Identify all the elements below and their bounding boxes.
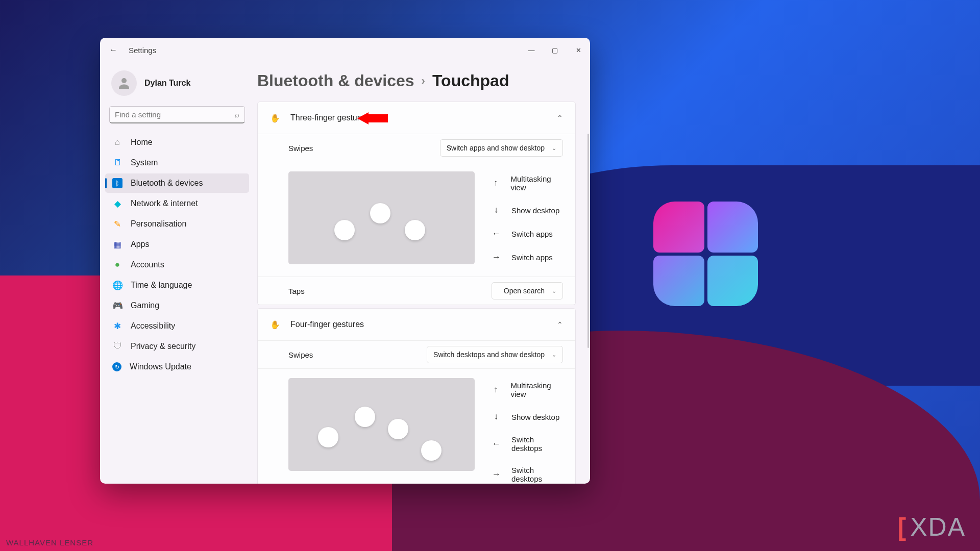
swipes-row: Swipes Switch apps and show desktop ⌄: [258, 134, 575, 162]
finger-dot: [370, 203, 390, 223]
finger-dot: [421, 440, 442, 461]
nav-label: Privacy & security: [131, 342, 195, 351]
nav-accessibility[interactable]: ✱ Accessibility: [105, 316, 249, 336]
dir-label: Show desktop: [511, 206, 559, 215]
dir-label: Show desktop: [511, 413, 559, 421]
search-box[interactable]: ⌕: [109, 106, 245, 123]
nav-label: Accessibility: [131, 321, 175, 331]
swipes-label: Swipes: [288, 350, 313, 359]
finger-dot: [405, 220, 425, 240]
dir-left: ← Switch desktops: [492, 435, 563, 453]
swipes-row: Swipes Switch desktops and show desktop …: [258, 340, 575, 368]
arrow-left-icon: ←: [492, 229, 500, 239]
nav-label: Gaming: [131, 301, 159, 310]
nav-label: Personalisation: [131, 219, 186, 229]
taps-dropdown[interactable]: Open search ⌄: [492, 282, 563, 299]
nav-label: Windows Update: [130, 362, 191, 371]
nav-label: System: [131, 158, 158, 167]
taps-row: Taps Open search ⌄: [258, 277, 575, 305]
nav-label: Accounts: [131, 260, 164, 269]
dir-label: Switch desktops: [511, 435, 563, 453]
home-icon: ⌂: [112, 137, 122, 147]
dir-up: ↑ Multitasking view: [492, 381, 563, 398]
swipes-label: Swipes: [288, 144, 313, 153]
hand-icon: ✋: [270, 320, 279, 329]
brush-icon: ✎: [112, 219, 122, 229]
nav-network[interactable]: ◆ Network & internet: [105, 194, 249, 213]
annotation-arrow: [357, 112, 388, 124]
taps-label: Taps: [288, 287, 305, 295]
nav-windows-update[interactable]: ↻ Windows Update: [105, 357, 249, 377]
chevron-down-icon: ⌄: [552, 145, 556, 152]
arrow-down-icon: ↓: [492, 412, 500, 422]
sidebar: Dylan Turck ⌕ ⌂ Home 🖥 System ᛒ Bluetoot…: [100, 62, 253, 484]
nav-home[interactable]: ⌂ Home: [105, 133, 249, 152]
card-title: Three-finger gestures: [290, 113, 546, 122]
shield-icon: 🛡: [112, 341, 122, 352]
minimize-button[interactable]: —: [520, 40, 543, 60]
direction-list: ↑ Multitasking view ↓ Show desktop ← Swi…: [492, 378, 563, 483]
hand-icon: ✋: [270, 113, 279, 122]
nav-label: Apps: [131, 240, 149, 249]
gesture-detail: ↑ Multitasking view ↓ Show desktop ← Swi…: [258, 368, 575, 484]
finger-dot: [355, 407, 375, 427]
user-profile[interactable]: Dylan Turck: [105, 66, 249, 106]
accessibility-icon: ✱: [112, 321, 122, 331]
gesture-preview: [288, 378, 475, 471]
system-icon: 🖥: [112, 158, 122, 168]
dir-left: ← Switch apps: [492, 229, 563, 239]
person-icon: ●: [112, 260, 122, 270]
back-button[interactable]: ←: [109, 45, 117, 55]
arrow-up-icon: ↑: [492, 178, 499, 188]
chevron-right-icon: ›: [422, 74, 425, 88]
dir-label: Switch apps: [511, 230, 553, 238]
card-title: Four-finger gestures: [290, 320, 546, 329]
nav-label: Time & language: [131, 281, 192, 290]
search-icon: ⌕: [235, 110, 239, 119]
arrow-up-icon: ↑: [492, 385, 499, 395]
search-input[interactable]: [115, 110, 235, 119]
nav-apps[interactable]: ▦ Apps: [105, 235, 249, 254]
nav-label: Network & internet: [131, 199, 198, 208]
breadcrumb-parent[interactable]: Bluetooth & devices: [257, 71, 414, 90]
finger-dot: [334, 220, 355, 240]
four-finger-header[interactable]: ✋ Four-finger gestures ⌃: [258, 309, 575, 340]
three-finger-card: ✋ Three-finger gestures ⌃ Swipes Switch …: [257, 102, 576, 305]
dir-label: Multitasking view: [510, 381, 563, 398]
nav-system[interactable]: 🖥 System: [105, 153, 249, 172]
three-finger-header[interactable]: ✋ Three-finger gestures ⌃: [258, 102, 575, 134]
nav-label: Home: [131, 138, 153, 147]
scrollbar[interactable]: [587, 134, 589, 348]
dropdown-value: Switch apps and show desktop: [447, 144, 545, 152]
nav-time-language[interactable]: 🌐 Time & language: [105, 276, 249, 295]
arrow-left-icon: ←: [492, 439, 500, 449]
swipes-dropdown[interactable]: Switch desktops and show desktop ⌄: [427, 346, 563, 363]
page-title: Touchpad: [432, 71, 509, 90]
nav-accounts[interactable]: ● Accounts: [105, 255, 249, 274]
dropdown-value: Switch desktops and show desktop: [433, 350, 545, 359]
chevron-down-icon: ⌄: [552, 288, 556, 294]
nav-personalisation[interactable]: ✎ Personalisation: [105, 214, 249, 234]
dir-label: Multitasking view: [510, 174, 563, 192]
gesture-preview: [288, 171, 475, 264]
dropdown-value: Open search: [504, 287, 545, 295]
maximize-button[interactable]: ▢: [543, 40, 567, 60]
wifi-icon: ◆: [112, 198, 122, 209]
nav-bluetooth-devices[interactable]: ᛒ Bluetooth & devices: [105, 173, 249, 193]
username: Dylan Turck: [144, 79, 190, 88]
arrow-right-icon: →: [492, 252, 500, 262]
finger-dot: [318, 427, 338, 447]
finger-dot: [388, 419, 408, 439]
nav-gaming[interactable]: 🎮 Gaming: [105, 296, 249, 315]
windows-logo: [653, 202, 758, 306]
arrow-down-icon: ↓: [492, 205, 500, 215]
nav-label: Bluetooth & devices: [131, 179, 203, 188]
globe-icon: 🌐: [112, 280, 122, 290]
dir-right: → Switch desktops: [492, 466, 563, 483]
close-button[interactable]: ✕: [567, 40, 590, 60]
swipes-dropdown[interactable]: Switch apps and show desktop ⌄: [440, 139, 563, 157]
arrow-right-icon: →: [492, 469, 500, 480]
breadcrumb: Bluetooth & devices › Touchpad: [257, 71, 576, 90]
apps-icon: ▦: [112, 239, 122, 249]
nav-privacy[interactable]: 🛡 Privacy & security: [105, 337, 249, 356]
